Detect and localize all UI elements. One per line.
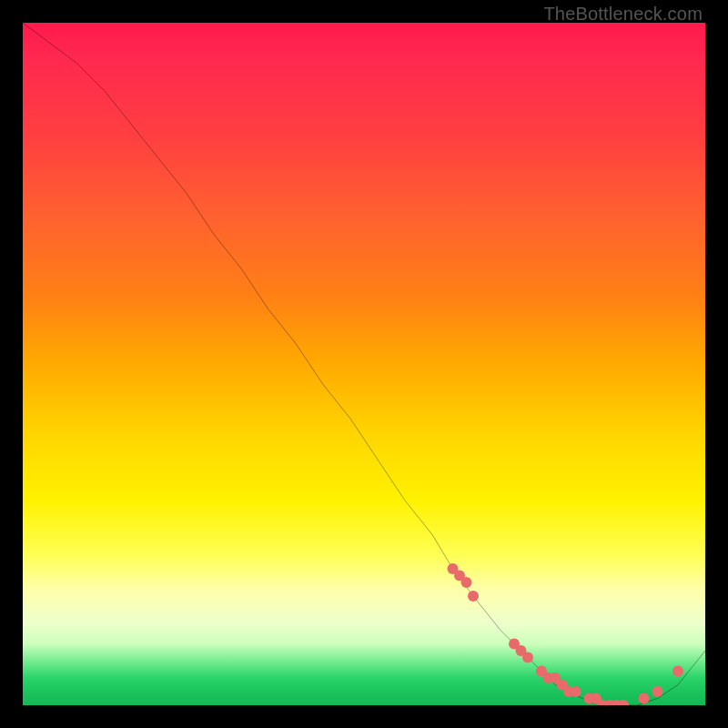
data-point [460,577,471,588]
points-layer [448,563,683,705]
data-point [672,666,683,677]
chart-svg [23,23,705,705]
plot-area [23,23,705,705]
data-point [522,652,533,663]
data-point [571,686,581,697]
data-point [468,591,479,602]
data-point [652,686,663,697]
curve-layer [23,23,705,705]
watermark-text: TheBottleneck.com [543,4,703,25]
bottleneck-curve-path [23,23,705,705]
chart-frame: TheBottleneck.com [0,0,728,728]
data-point [639,693,650,704]
data-point [618,700,629,705]
